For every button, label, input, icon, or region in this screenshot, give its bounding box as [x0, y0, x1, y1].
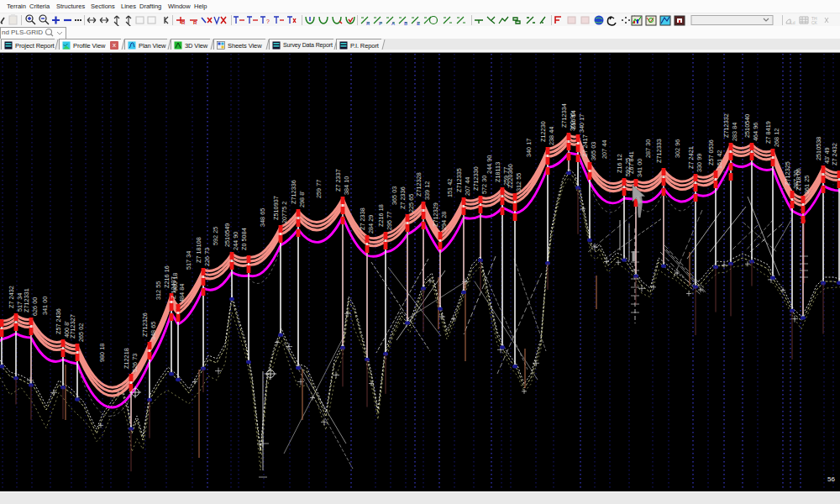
svg-text:Z712326: Z712326 [141, 312, 149, 337]
svg-text:312 55: 312 55 [515, 173, 522, 192]
svg-text:Z712334: Z712334 [560, 103, 568, 128]
svg-text:Z712331: Z712331 [23, 288, 30, 312]
svg-text:Z712335: Z712335 [455, 168, 463, 192]
svg-text:Z57 2436: Z57 2436 [55, 308, 62, 334]
svg-text:340 17: 340 17 [525, 139, 533, 157]
svg-text:Z220360: Z220360 [507, 164, 514, 188]
svg-text:341 00: 341 00 [636, 159, 643, 177]
svg-text:207 44: 207 44 [601, 140, 608, 159]
svg-text:Z7 18108: Z7 18108 [195, 237, 202, 263]
svg-text:592 25: 592 25 [212, 227, 219, 245]
svg-text:2510549: 2510549 [223, 223, 231, 247]
svg-text:Z712328: Z712328 [415, 172, 423, 197]
svg-text:Z718 06: Z718 06 [795, 168, 802, 191]
svg-text:268 12: 268 12 [773, 129, 780, 147]
svg-text:R: R [193, 20, 197, 25]
svg-text:Z7 8419: Z7 8419 [764, 121, 772, 144]
svg-text:259 77: 259 77 [315, 180, 323, 198]
svg-text:Z712329: Z712329 [432, 202, 439, 227]
svg-text:151 42: 151 42 [446, 179, 454, 197]
svg-text:287 30: 287 30 [644, 139, 652, 158]
svg-text:Z7 2421: Z7 2421 [687, 146, 695, 169]
svg-text:Z18113: Z18113 [494, 162, 501, 182]
svg-text:526 73: 526 73 [131, 354, 139, 372]
svg-text:365 03: 365 03 [391, 186, 398, 205]
svg-text:Z712333: Z712333 [655, 139, 663, 163]
svg-text:Z712332: Z712332 [722, 113, 730, 138]
svg-text:339 12: 339 12 [423, 181, 431, 200]
svg-text:572 30: 572 30 [480, 176, 488, 194]
svg-text:312 55: 312 55 [155, 281, 162, 300]
svg-text:Z57 0536: Z57 0536 [707, 139, 715, 165]
svg-text:207 44: 207 44 [464, 177, 471, 196]
svg-text:Z7 2432: Z7 2432 [831, 143, 838, 165]
svg-text:365 03: 365 03 [590, 142, 597, 160]
svg-text:CK: CK [811, 20, 818, 25]
svg-text:626 00: 626 00 [31, 297, 39, 316]
svg-text:295 77: 295 77 [386, 212, 393, 230]
svg-text:Z510937: Z510937 [272, 196, 280, 220]
svg-text:Z216 18: Z216 18 [377, 204, 385, 227]
svg-text:244 90: 244 90 [232, 232, 239, 250]
svg-text:283 84: 283 84 [731, 123, 738, 141]
svg-text:340 17: 340 17 [578, 114, 585, 133]
svg-text:Z712330: Z712330 [472, 166, 480, 191]
svg-text:Z12218: Z12218 [123, 348, 130, 369]
svg-text:Z712336: Z712336 [290, 180, 297, 204]
svg-text:348 65: 348 65 [259, 208, 266, 227]
svg-text:Z67 841: Z67 841 [627, 151, 635, 174]
svg-text:341 00: 341 00 [41, 297, 49, 315]
svg-text:Z7 2336: Z7 2336 [399, 186, 407, 209]
svg-text:484 84: 484 84 [178, 284, 186, 302]
svg-text:56: 56 [827, 475, 835, 483]
svg-text:2510540: 2510540 [743, 114, 751, 138]
svg-text:284 29: 284 29 [367, 215, 375, 234]
svg-text:265 02: 265 02 [77, 323, 85, 342]
svg-text:384 10: 384 10 [343, 176, 350, 195]
svg-text:Z0 5084: Z0 5084 [240, 228, 248, 250]
svg-text:517 34: 517 34 [185, 251, 192, 270]
svg-text:R: R [181, 20, 186, 25]
svg-text:Z12230: Z12230 [539, 121, 547, 142]
svg-text:Z 12437: Z 12437 [170, 276, 177, 299]
svg-text:Z7 2338: Z7 2338 [359, 207, 366, 230]
svg-text:302 96: 302 96 [674, 139, 681, 158]
svg-text:Z16 12: Z16 12 [616, 154, 623, 173]
svg-text:464 96: 464 96 [752, 123, 759, 141]
svg-text:20775 2: 20775 2 [281, 202, 288, 223]
svg-text:244 90: 244 90 [486, 155, 493, 174]
svg-text:294 28: 294 28 [440, 212, 448, 230]
svg-text:348 65: 348 65 [150, 322, 157, 340]
svg-text:Ld: Ld [790, 20, 795, 25]
svg-text:980 18: 980 18 [98, 344, 106, 362]
svg-text:Z7 2417: Z7 2417 [581, 134, 589, 157]
svg-text:2510538: 2510538 [0, 291, 1, 314]
svg-text:298 8': 298 8' [298, 191, 306, 207]
svg-text:43' 49: 43' 49 [823, 147, 831, 164]
svg-text:Z712327: Z712327 [69, 314, 76, 339]
svg-text:226 73: 226 73 [203, 248, 211, 266]
svg-text:Z712325: Z712325 [784, 161, 791, 186]
svg-text:?: ? [266, 18, 270, 24]
svg-text:238 44: 238 44 [548, 127, 555, 145]
svg-text:330 99: 330 99 [696, 154, 703, 172]
svg-text:Z7 2337: Z7 2337 [334, 169, 342, 192]
svg-text:151 42: 151 42 [716, 150, 723, 169]
svg-text:225 65: 225 65 [407, 194, 415, 213]
svg-text:361 25: 361 25 [803, 176, 811, 194]
svg-text:Z7 2432: Z7 2432 [8, 286, 15, 308]
svg-text:Z16 14: Z16 14 [570, 110, 577, 129]
svg-text:2510538: 2510538 [815, 137, 822, 160]
